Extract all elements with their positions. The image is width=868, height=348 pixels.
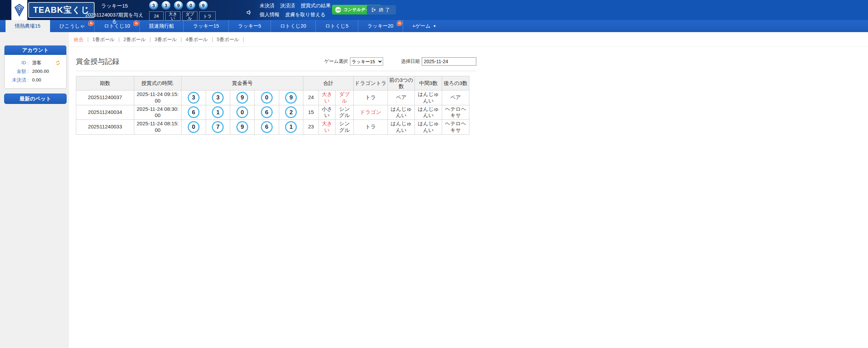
sum-cell: 15 — [303, 105, 319, 120]
ball-cell: 9 — [230, 90, 255, 105]
logout-icon — [371, 7, 377, 12]
stat-sum: 24 — [149, 11, 164, 21]
header-balls: 3 3 9 0 9 — [149, 1, 216, 10]
stat-dragon: トラ — [199, 11, 216, 21]
tab-passion-farm-15[interactable]: 情熱農場15 — [6, 20, 50, 32]
speaker-icon[interactable] — [246, 9, 253, 16]
subnav-item-ball-5[interactable]: 5番ボール — [217, 37, 239, 42]
front3-cell: はんじゅんい — [388, 105, 415, 120]
tab-lotokuji-20[interactable]: ロトくじ20 — [271, 20, 316, 32]
dragon-cell: ドラゴン — [353, 105, 388, 120]
date-select-label: 选择日期 — [401, 58, 420, 65]
divider — [76, 71, 476, 71]
tab-speed-airship[interactable]: 競速飛行船 — [140, 20, 184, 32]
stat-size: 大きい — [165, 11, 181, 21]
content-area: アカウント ID : 游客 金額 : 2000. — [0, 32, 868, 348]
account-balance-row: 金額 : 2000.00 — [4, 67, 66, 76]
subnav-item-ball-2[interactable]: 2番ボール — [124, 37, 146, 42]
size-cell: 小さい — [319, 105, 335, 120]
link-change-skin[interactable]: 皮膚を取り替える — [285, 11, 325, 18]
line-icon: LINE — [335, 7, 341, 13]
tab-lucky-20[interactable]: ラッキー20熱 — [358, 20, 403, 32]
filter-controls: ゲーム選択 ラッキー15 选择日期 — [324, 57, 476, 66]
subnav-item-ball-4[interactable]: 4番ボール — [186, 37, 208, 42]
col-period: 期数 — [76, 76, 134, 90]
ball-cell: 3 — [206, 90, 230, 105]
tab-lotokuji-10[interactable]: ロトくじ10熱 — [95, 20, 140, 32]
front3-cell: ペア — [388, 90, 415, 105]
tab-hikousha[interactable]: ひこうしゃ熱 — [50, 20, 95, 32]
time-cell: 2025-11-24 09:15:00 — [134, 90, 181, 105]
ball-cell: 6 — [181, 105, 206, 120]
page-title: 賞金授与記録 — [76, 57, 119, 66]
brand-logo[interactable]: TEABK宝くじ — [11, 0, 95, 20]
ball-cell: 9 — [279, 90, 303, 105]
ball: 2 — [285, 106, 297, 118]
logout-button[interactable]: 終了 — [367, 5, 396, 14]
ball-cell: 1 — [279, 120, 303, 135]
col-mid3: 中間3数 — [415, 76, 442, 90]
date-input[interactable] — [422, 57, 476, 66]
header-ball: 0 — [186, 1, 195, 10]
time-cell: 2025-11-24 08:15:00 — [134, 120, 181, 135]
ball-cell: 9 — [230, 120, 255, 135]
stat-parity: ダブル — [182, 11, 197, 21]
ball: 6 — [261, 121, 273, 133]
game-select[interactable]: ラッキー15 — [350, 57, 383, 66]
refresh-icon[interactable] — [55, 60, 61, 66]
ball: 6 — [188, 106, 199, 118]
tab-lotokuji-5[interactable]: ロトくじ5 — [316, 20, 358, 32]
tab-lucky-15[interactable]: ラッキー15 — [184, 20, 228, 32]
ball: 0 — [236, 106, 248, 118]
header-draw-stats: 24 大きい ダブル トラ — [149, 11, 216, 21]
ball-cell: 6 — [254, 105, 279, 120]
draw-game-name: ラッキー15 — [84, 3, 145, 9]
subnav-item-ball-3[interactable]: 3番ボール — [155, 37, 177, 42]
sum-cell: 23 — [303, 120, 319, 135]
mid3-cell: はんじゅんい — [415, 105, 442, 120]
hot-badge-icon: 熱 — [134, 20, 139, 26]
link-unsettled[interactable]: 未決済 — [260, 2, 275, 9]
hot-badge-icon: 熱 — [397, 20, 402, 26]
size-cell: 大きい — [319, 90, 335, 105]
col-total: 合計 — [303, 76, 353, 90]
link-draw-results[interactable]: 授賞式の結果 — [301, 2, 331, 9]
table-row: 202511240034 2025-11-24 08:30:00 6 1 0 6… — [76, 105, 469, 120]
hot-badge-icon: 熱 — [88, 20, 94, 26]
tab-lucky-5[interactable]: ラッキー5 — [229, 20, 271, 32]
latest-bets-button[interactable]: 最新のペット — [4, 94, 67, 104]
header-ball: 3 — [149, 1, 158, 10]
parity-cell: シングル — [335, 105, 354, 120]
front3-cell: はんじゅんい — [388, 120, 415, 135]
dragon-cell: トラ — [353, 90, 388, 105]
main-nav: 情熱農場15 ひこうしゃ熱 ロトくじ10熱 競速飛行船 ラッキー15 ラッキー5… — [0, 20, 868, 32]
latest-draw-result: 3 3 9 0 9 24 大きい ダブル トラ — [149, 1, 216, 21]
period-cell: 202511240034 — [76, 105, 134, 120]
parity-cell: シングル — [335, 120, 354, 135]
header-ball: 9 — [174, 1, 183, 10]
tab-more-games[interactable]: +ゲーム▼ — [403, 20, 446, 32]
parity-cell: ダブル — [335, 90, 354, 105]
ball-cell: 1 — [206, 105, 230, 120]
subnav-item-total[interactable]: 統合 — [74, 37, 84, 42]
subnav-item-ball-1[interactable]: 1番ボール — [92, 37, 115, 42]
link-profile[interactable]: 個人情報 — [260, 11, 280, 18]
dragon-cell: トラ — [353, 120, 388, 135]
account-unsettled-value: 0.00 — [32, 77, 41, 83]
ball-cell: 0 — [181, 120, 206, 135]
chevron-down-icon: ▼ — [433, 24, 436, 28]
col-back3: 後ろの3数 — [442, 76, 469, 90]
account-panel: アカウント ID : 游客 金額 : 2000. — [4, 45, 67, 89]
ball-cell: 0 — [254, 90, 279, 105]
main-panel: 統合|1番ボール|2番ボール|3番ボール|4番ボール|5番ボール| 賞金授与記録… — [69, 32, 868, 348]
prize-record-table: 期数 授賞式の時間. 賞金番号 合計 ドラゴントラ 前の3つの数 中間3数 後ろ… — [76, 76, 469, 135]
account-id-row: ID : 游客 — [4, 58, 66, 67]
game-select-label: ゲーム選択 — [324, 58, 348, 65]
table-header-row: 期数 授賞式の時間. 賞金番号 合計 ドラゴントラ 前の3つの数 中間3数 後ろ… — [76, 76, 469, 90]
back3-cell: ヘテロヘキサ — [442, 105, 469, 120]
account-balance-value: 2000.00 — [32, 69, 49, 74]
link-settled[interactable]: 決済済 — [280, 2, 295, 9]
logout-label: 終了 — [379, 7, 391, 13]
ball-cell: 2 — [279, 105, 303, 120]
sidebar: アカウント ID : 游客 金額 : 2000. — [0, 32, 69, 348]
